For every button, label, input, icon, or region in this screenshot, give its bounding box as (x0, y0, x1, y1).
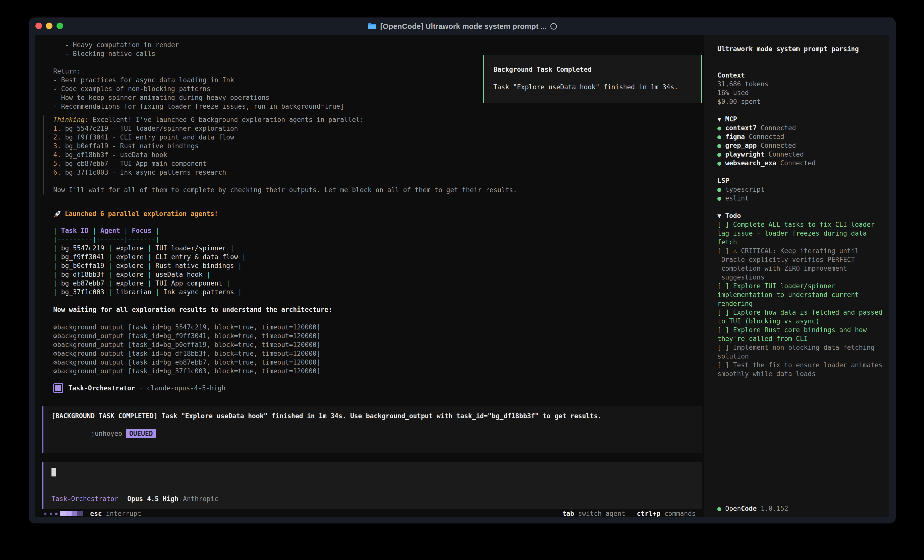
text-segment: bg_b0effa19 (61, 262, 104, 270)
text-segment: | (144, 253, 155, 261)
text-segment: background_output [task_id=bg_f9ff3041, … (57, 332, 321, 340)
terminal-line: ⚙background_output [task_id=bg_b0effa19,… (53, 340, 704, 349)
text-segment: bg_5547c219 (61, 244, 104, 252)
brand-code: Code (741, 504, 757, 513)
todo-item: [ ] ⚠ CRITICAL: Keep iterating until Ora… (717, 247, 884, 282)
text-segment: | (53, 227, 61, 234)
text-segment: explore (116, 244, 144, 252)
terminal-line: 1. bg_5547c219 - TUI loader/spinner expl… (53, 124, 704, 133)
brand-open: Open (725, 504, 741, 513)
terminal-line: - Recommendations for fixing loader free… (53, 102, 704, 111)
traffic-lights (35, 22, 63, 29)
gear-icon: ⚙ (53, 359, 57, 366)
text-segment: background_output [task_id=bg_37f1c003, … (57, 367, 321, 375)
loading-circle-icon (550, 23, 557, 30)
text-segment: | (105, 288, 116, 296)
context-tokens: 31,686 tokens (717, 80, 884, 88)
lsp-item: ● typescript (717, 185, 884, 194)
text-segment: bg_b0effa19 - Rust native bindings (65, 142, 199, 150)
context-header: Context (717, 71, 884, 80)
text-segment: | (144, 280, 155, 287)
terminal-line: | Task ID | Agent | Focus | (53, 226, 704, 235)
gear-icon: ⚙ (53, 367, 57, 375)
text-segment: bg_df18bb3f (61, 271, 104, 278)
gear-icon: ⚙ (53, 341, 57, 349)
mcp-server-status: Connected (765, 151, 804, 158)
folder-icon (368, 22, 376, 30)
terminal-line: | bg_b0effa19 | explore | Rust native bi… (53, 261, 704, 270)
mcp-server-name: websearch_exa (725, 159, 776, 167)
terminal-line: | bg_37f1c003 | librarian | Ink async pa… (53, 288, 704, 296)
ctrlp-key-label (660, 509, 664, 518)
todo-item: [ ] Implement non-blocking data fetching… (717, 343, 884, 361)
mcp-server-status: Connected (745, 133, 784, 141)
input-agent-name[interactable]: Task-Orchestrator (51, 494, 118, 503)
text-segment: | (144, 271, 155, 278)
zoom-button[interactable] (57, 22, 63, 29)
terminal-line: | bg_f9ff3041 | explore | CLI entry & da… (53, 253, 704, 261)
close-button[interactable] (35, 22, 42, 29)
mcp-server-status: Connected (757, 142, 796, 149)
text-segment: |---------|-------|-------| (53, 236, 159, 243)
text-segment: bg_37f1c003 - Ink async patterns researc… (65, 169, 226, 176)
text-segment: Now I'll wait for all of them to complet… (53, 186, 517, 194)
minimize-button[interactable] (46, 22, 52, 29)
mcp-server-name: playwright (725, 151, 765, 158)
queued-badge: QUEUED (126, 429, 156, 438)
status-dot-icon: ● (717, 159, 725, 167)
mcp-item: ● playwright Connected (717, 150, 884, 159)
terminal-line: | bg_df18bb3f | explore | useData hook | (53, 270, 704, 279)
text-segment: | (234, 288, 242, 296)
text-segment: | (238, 253, 246, 261)
todo-item: [ ] Test the fix to ensure loader animat… (717, 361, 884, 378)
text-segment: Excellent! I've launched 6 background ex… (88, 116, 364, 123)
context-spent: $0.00 spent (717, 97, 884, 106)
text-segment: librarian (116, 288, 152, 296)
tab-key-label (574, 509, 578, 518)
rocket-icon (53, 210, 61, 218)
mcp-section-header[interactable]: ▼ MCP (717, 115, 884, 124)
terminal-main-pane: - Heavy computation in render - Blocking… (35, 35, 704, 517)
terminal-line: 4. bg_df18bb3f - useData hook (53, 151, 704, 159)
gear-icon: ⚙ (53, 350, 57, 357)
text-segment: explore (116, 280, 144, 287)
message-text: [BACKGROUND TASK COMPLETED] Task "Explor… (51, 412, 694, 421)
lsp-list: ● typescript● eslint (717, 185, 884, 203)
todo-section-header[interactable]: ▼ Todo (717, 211, 884, 220)
text-segment: Agent (100, 227, 120, 234)
app-window: [OpenCode] Ultrawork mode system prompt … (29, 18, 896, 523)
text-segment: useData hook (155, 271, 202, 278)
todo-text: [ ] Complete ALL tasks to fix CLI loader… (717, 221, 879, 246)
toast-notification[interactable]: Background Task Completed Task "Explore … (483, 55, 702, 103)
mcp-server-status: Connected (776, 159, 816, 167)
prompt-input[interactable]: Task-Orchestrator Opus 4.5 High Anthropi… (42, 462, 702, 509)
text-segment: | (105, 271, 116, 278)
terminal-line: Thinking: Excellent! I've launched 6 bac… (53, 115, 704, 124)
text-segment: | (53, 280, 61, 287)
sidebar: Ultrawork mode system prompt parsing Con… (704, 35, 890, 517)
spinner-dots-icon (44, 512, 57, 515)
spinner-dot (50, 512, 52, 515)
text-segment: background_output [task_id=bg_df18bb3f, … (57, 350, 321, 357)
now-waiting-text: Now waiting for all exploration results … (53, 305, 704, 314)
text-segment: | (53, 244, 61, 252)
text-segment: | (88, 227, 100, 234)
terminal-line: - Heavy computation in render (53, 40, 704, 49)
spinner-cell (60, 511, 66, 517)
text-segment: Task ID (61, 227, 88, 234)
text-segment: | (105, 253, 116, 261)
lsp-server-name: eslint (725, 195, 749, 202)
text-segment: [ ] (717, 247, 733, 255)
title-bar: [OpenCode] Ultrawork mode system prompt … (29, 18, 896, 35)
switch-agent-label: switch agent (578, 509, 625, 518)
terminal-line: 3. bg_b0effa19 - Rust native bindings (53, 142, 704, 151)
terminal-line: 2. bg_f9ff3041 - CLI entry point and dat… (53, 133, 704, 142)
mcp-item: ● context7 Connected (717, 124, 884, 132)
mcp-server-name: grep_app (725, 142, 756, 149)
input-model-name[interactable]: Opus 4.5 High (127, 494, 178, 503)
online-status-dot-icon: ● (717, 504, 725, 513)
status-dot-icon: ● (717, 186, 725, 193)
todo-item: [ ] Explore Rust core bindings and how t… (717, 326, 884, 343)
text-segment: 5. (53, 160, 65, 167)
ctrlp-key-hint: ctrl+p (637, 509, 660, 518)
